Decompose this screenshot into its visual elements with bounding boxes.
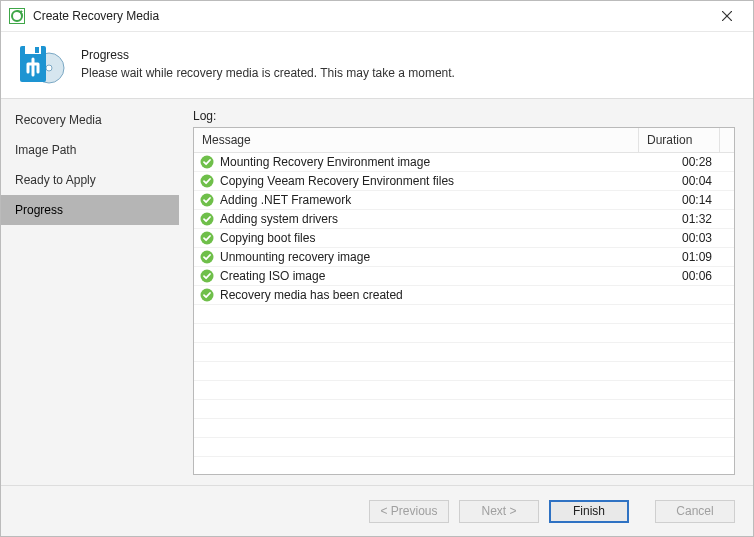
log-row[interactable]: Mounting Recovery Environment image00:28 [194,153,734,172]
log-cell-message: Copying boot files [194,231,640,245]
sidebar-step[interactable]: Recovery Media [1,105,179,135]
log-row[interactable]: Creating ISO image00:06 [194,267,734,286]
success-icon [200,212,214,226]
success-icon [200,250,214,264]
success-icon [200,231,214,245]
success-icon [200,174,214,188]
log-cell-duration: 00:06 [640,269,720,283]
log-cell-duration: 01:09 [640,250,720,264]
recovery-media-icon [17,40,65,88]
log-row[interactable]: Adding .NET Framework00:14 [194,191,734,210]
log-row[interactable]: Unmounting recovery image01:09 [194,248,734,267]
sidebar-step[interactable]: Image Path [1,135,179,165]
log-row-empty [194,438,734,457]
log-message-text: Adding .NET Framework [220,193,351,207]
log-row[interactable]: Adding system drivers01:32 [194,210,734,229]
log-row-empty [194,457,734,474]
svg-point-6 [46,65,52,71]
log-col-padding [720,128,734,152]
log-row-empty [194,419,734,438]
cancel-button: Cancel [655,500,735,523]
sidebar-step[interactable]: Progress [1,195,179,225]
log-cell-message: Creating ISO image [194,269,640,283]
success-icon [200,193,214,207]
next-button: Next > [459,500,539,523]
log-rows: Mounting Recovery Environment image00:28… [194,153,734,474]
titlebar: Create Recovery Media [1,1,753,32]
close-icon [722,11,732,21]
log-message-text: Recovery media has been created [220,288,403,302]
wizard-step-subtitle: Please wait while recovery media is crea… [81,66,455,80]
window: Create Recovery Media Progress Please wa… [0,0,754,537]
app-icon [9,8,25,24]
log-table: Message Duration Mounting Recovery Envir… [193,127,735,475]
wizard-sidebar: Recovery MediaImage PathReady to ApplyPr… [1,99,179,485]
svg-rect-9 [35,47,39,53]
window-title: Create Recovery Media [33,9,707,23]
log-message-text: Creating ISO image [220,269,325,283]
log-row-empty [194,381,734,400]
log-row-empty [194,343,734,362]
success-icon [200,155,214,169]
previous-button: < Previous [369,500,449,523]
log-row[interactable]: Copying boot files00:03 [194,229,734,248]
log-cell-duration: 00:04 [640,174,720,188]
log-message-text: Adding system drivers [220,212,338,226]
wizard-footer: < Previous Next > Finish Cancel [1,485,753,536]
success-icon [200,288,214,302]
finish-button[interactable]: Finish [549,500,629,523]
log-message-text: Copying Veeam Recovery Environment files [220,174,454,188]
log-cell-message: Adding .NET Framework [194,193,640,207]
log-col-duration[interactable]: Duration [639,128,720,152]
log-row[interactable]: Recovery media has been created [194,286,734,305]
log-cell-message: Unmounting recovery image [194,250,640,264]
log-cell-duration: 00:14 [640,193,720,207]
log-cell-message: Copying Veeam Recovery Environment files [194,174,640,188]
log-message-text: Copying boot files [220,231,315,245]
wizard-step-title: Progress [81,48,455,62]
wizard-header-text: Progress Please wait while recovery medi… [81,48,455,80]
close-button[interactable] [707,2,747,30]
log-cell-duration: 00:28 [640,155,720,169]
log-cell-duration: 00:03 [640,231,720,245]
log-message-text: Mounting Recovery Environment image [220,155,430,169]
log-row-empty [194,362,734,381]
wizard-header: Progress Please wait while recovery medi… [1,32,753,98]
log-message-text: Unmounting recovery image [220,250,370,264]
log-cell-duration: 01:32 [640,212,720,226]
success-icon [200,269,214,283]
log-row-empty [194,305,734,324]
log-cell-message: Adding system drivers [194,212,640,226]
log-cell-message: Recovery media has been created [194,288,640,302]
wizard-body: Recovery MediaImage PathReady to ApplyPr… [1,98,753,485]
log-row[interactable]: Copying Veeam Recovery Environment files… [194,172,734,191]
log-label: Log: [193,109,735,123]
wizard-content: Log: Message Duration Mounting Recovery … [179,99,753,485]
sidebar-step[interactable]: Ready to Apply [1,165,179,195]
log-row-empty [194,324,734,343]
log-cell-message: Mounting Recovery Environment image [194,155,640,169]
log-row-empty [194,400,734,419]
log-col-message[interactable]: Message [194,128,639,152]
log-table-header: Message Duration [194,128,734,153]
